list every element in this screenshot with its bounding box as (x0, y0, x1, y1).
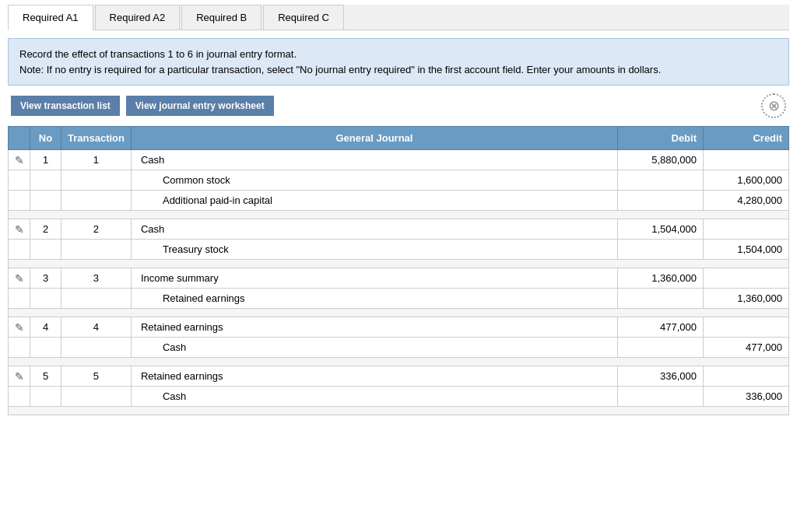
no-cell (30, 191, 61, 211)
edit-icon[interactable]: ✎ (15, 321, 24, 334)
debit-cell[interactable] (618, 289, 704, 309)
credit-cell[interactable] (704, 366, 789, 387)
debit-cell[interactable] (618, 240, 704, 260)
transaction-cell: 5 (61, 366, 132, 387)
edit-cell: ✎ (9, 366, 30, 387)
transaction-cell (61, 191, 132, 211)
instruction-line2: Note: If no entry is required for a part… (19, 62, 778, 78)
journal-cell[interactable]: Cash (131, 387, 617, 407)
debit-cell[interactable]: 336,000 (618, 366, 704, 387)
transaction-cell (61, 338, 132, 358)
journal-cell[interactable]: Retained earnings (131, 366, 617, 387)
debit-cell[interactable]: 5,880,000 (618, 150, 704, 170)
debit-cell[interactable] (618, 387, 704, 407)
no-cell: 5 (30, 366, 61, 387)
debit-cell[interactable] (618, 338, 704, 358)
credit-cell[interactable]: 336,000 (704, 387, 789, 407)
transaction-cell: 1 (61, 150, 132, 170)
general-journal-col-header: General Journal (131, 127, 617, 150)
journal-cell[interactable]: Treasury stock (131, 240, 617, 260)
transaction-cell (61, 170, 132, 191)
journal-cell[interactable]: Common stock (131, 170, 617, 191)
instruction-box: Record the effect of transactions 1 to 6… (8, 38, 789, 86)
edit-cell: ✎ (9, 219, 30, 240)
tab-bar: Required A1 Required A2 Required B Requi… (8, 5, 789, 30)
journal-cell[interactable]: Cash (131, 150, 617, 170)
journal-cell[interactable]: Cash (131, 219, 617, 240)
debit-cell[interactable]: 1,360,000 (618, 268, 704, 289)
view-transaction-list-button[interactable]: View transaction list (11, 96, 120, 116)
transaction-cell: 4 (61, 317, 132, 338)
tab-required-a2[interactable]: Required A2 (95, 5, 181, 30)
journal-cell[interactable]: Additional paid-in capital (131, 191, 617, 211)
instruction-line1: Record the effect of transactions 1 to 6… (19, 47, 778, 62)
credit-cell[interactable] (704, 150, 789, 170)
toolbar: View transaction list View journal entry… (8, 93, 789, 118)
no-cell (30, 338, 61, 358)
edit-icon[interactable]: ✎ (15, 154, 24, 166)
debit-cell[interactable]: 477,000 (618, 317, 704, 338)
debit-cell[interactable] (618, 170, 704, 191)
tab-required-c[interactable]: Required C (263, 5, 344, 30)
close-icon[interactable]: ⊗ (761, 93, 786, 118)
credit-cell[interactable]: 1,360,000 (704, 289, 789, 309)
no-cell: 2 (30, 219, 61, 240)
edit-icon[interactable]: ✎ (15, 272, 24, 285)
transaction-cell: 2 (61, 219, 132, 240)
journal-entry-table: No Transaction General Journal Debit Cre… (8, 126, 789, 415)
tab-required-b[interactable]: Required B (181, 5, 262, 30)
no-cell (30, 240, 61, 260)
debit-cell[interactable]: 1,504,000 (618, 219, 704, 240)
no-cell: 1 (30, 150, 61, 170)
no-cell (30, 170, 61, 191)
credit-cell[interactable]: 4,280,000 (704, 191, 789, 211)
transaction-cell (61, 289, 132, 309)
tab-required-a1[interactable]: Required A1 (8, 5, 93, 30)
no-col-header: No (30, 127, 61, 150)
no-cell (30, 387, 61, 407)
edit-cell: ✎ (9, 268, 30, 289)
edit-icon[interactable]: ✎ (15, 370, 24, 383)
credit-cell[interactable] (704, 317, 789, 338)
debit-cell[interactable] (618, 191, 704, 211)
no-cell: 3 (30, 268, 61, 289)
transaction-cell (61, 387, 132, 407)
debit-col-header: Debit (618, 127, 704, 150)
transaction-cell: 3 (61, 268, 132, 289)
credit-cell[interactable]: 1,600,000 (704, 170, 789, 191)
edit-cell (9, 191, 30, 211)
journal-cell[interactable]: Cash (131, 338, 617, 358)
edit-cell (9, 289, 30, 309)
edit-cell (9, 338, 30, 358)
edit-cell (9, 170, 30, 191)
transaction-cell (61, 240, 132, 260)
credit-cell[interactable]: 1,504,000 (704, 240, 789, 260)
no-cell (30, 289, 61, 309)
credit-cell[interactable] (704, 268, 789, 289)
transaction-col-header: Transaction (61, 127, 132, 150)
no-cell: 4 (30, 317, 61, 338)
view-journal-entry-worksheet-button[interactable]: View journal entry worksheet (126, 96, 274, 116)
edit-cell (9, 240, 30, 260)
journal-cell[interactable]: Retained earnings (131, 317, 617, 338)
edit-cell (9, 387, 30, 407)
edit-cell: ✎ (9, 317, 30, 338)
credit-cell[interactable] (704, 219, 789, 240)
edit-cell: ✎ (9, 150, 30, 170)
journal-cell[interactable]: Income summary (131, 268, 617, 289)
edit-icon[interactable]: ✎ (15, 223, 24, 236)
edit-col-header (9, 127, 30, 150)
credit-col-header: Credit (704, 127, 789, 150)
credit-cell[interactable]: 477,000 (704, 338, 789, 358)
journal-cell[interactable]: Retained earnings (131, 289, 617, 309)
